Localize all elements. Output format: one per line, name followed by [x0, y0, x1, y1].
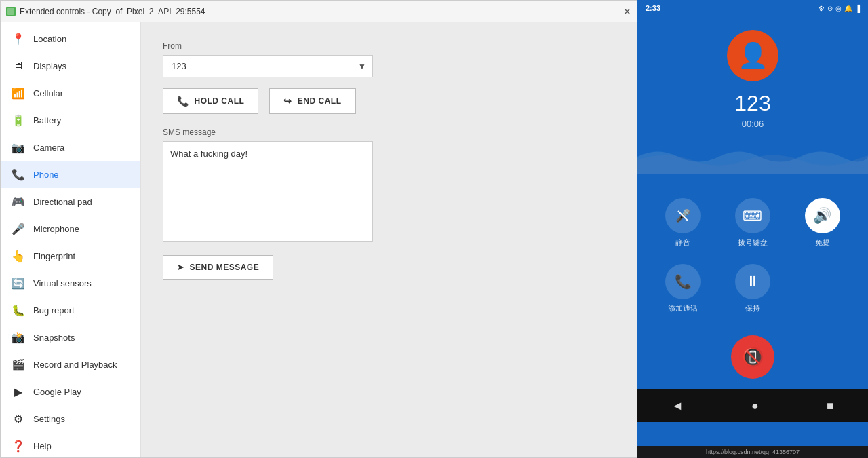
- end-call-button[interactable]: ↪ END CALL: [269, 88, 355, 114]
- app-icon: [6, 7, 16, 16]
- add-call-label: 添加通话: [668, 303, 698, 313]
- sidebar: 📍 Location 🖥 Displays 📶 Cellular 🔋 Batte…: [1, 22, 141, 457]
- wifi-icon: ⚙: [818, 5, 825, 12]
- dialpad-button[interactable]: ⌨ 拨号键盘: [718, 190, 788, 256]
- location-icon: 📍: [12, 32, 25, 45]
- title-bar-left: Extended controls - Copy_of_Pixel_2_API_…: [6, 7, 205, 16]
- sidebar-item-displays[interactable]: 🖥 Displays: [1, 52, 140, 79]
- help-icon: ❓: [12, 439, 25, 453]
- sidebar-item-location[interactable]: 📍 Location: [1, 25, 140, 52]
- send-label: SEND MESSAGE: [190, 263, 260, 272]
- hold-device-label: 保持: [745, 303, 760, 313]
- hold-device-button[interactable]: ⏸ 保持: [718, 256, 788, 322]
- sms-label: SMS message: [163, 128, 615, 137]
- sidebar-item-phone[interactable]: 📞 Phone: [1, 161, 140, 188]
- end-call-device-button[interactable]: 📵: [731, 335, 774, 379]
- bug-report-icon: 🐛: [12, 303, 25, 317]
- sidebar-label-google-play: Google Play: [33, 387, 81, 397]
- window-title: Extended controls - Copy_of_Pixel_2_API_…: [20, 7, 205, 16]
- hold-call-icon: 📞: [177, 96, 189, 107]
- call-actions-row: 📞 HOLD CALL ↪ END CALL: [163, 88, 615, 114]
- sidebar-label-displays: Displays: [33, 61, 66, 71]
- battery-icon: 🔋: [12, 113, 25, 127]
- cellular-icon: 📶: [12, 86, 25, 100]
- sidebar-label-record-playback: Record and Playback: [33, 360, 117, 370]
- dialpad-label: 拨号键盘: [738, 237, 768, 248]
- caller-number: 123: [734, 91, 770, 116]
- sidebar-item-fingerprint[interactable]: 👆 Fingerprint: [1, 242, 140, 269]
- sidebar-label-virtual-sensors: Virtual sensors: [33, 278, 92, 288]
- hold-call-label: HOLD CALL: [195, 96, 245, 106]
- caller-avatar: 👤: [727, 30, 778, 81]
- status-bar: 2:33 ⚙ ⊙ ◎ 🔔 ▐: [637, 0, 868, 16]
- speaker-circle: 🔊: [805, 198, 840, 233]
- camera-icon: 📷: [12, 140, 25, 154]
- avatar-icon: 👤: [738, 41, 768, 70]
- speaker-label: 免提: [815, 237, 830, 248]
- home-nav-button[interactable]: ●: [751, 399, 759, 413]
- sidebar-item-camera[interactable]: 📷 Camera: [1, 134, 140, 161]
- from-field-group: From 123 ▼: [163, 41, 615, 77]
- sidebar-label-fingerprint: Fingerprint: [33, 251, 75, 261]
- sms-textarea[interactable]: What a fucking day!: [163, 141, 373, 242]
- sidebar-label-phone: Phone: [33, 170, 59, 180]
- sidebar-label-microphone: Microphone: [33, 224, 79, 234]
- wave-section: [637, 140, 868, 174]
- dialpad-icon: ⌨: [743, 208, 762, 224]
- end-call-label: END CALL: [298, 96, 342, 106]
- displays-icon: 🖥: [12, 59, 25, 73]
- sidebar-item-virtual-sensors[interactable]: 🔄 Virtual sensors: [1, 269, 140, 297]
- sidebar-label-battery: Battery: [33, 115, 61, 126]
- send-icon: ➤: [177, 263, 184, 272]
- recents-nav-button[interactable]: ■: [827, 399, 834, 413]
- sidebar-item-cellular[interactable]: 📶 Cellular: [1, 79, 140, 107]
- phone-panel-content: From 123 ▼ 📞 HOLD CALL ↪ END CALL: [141, 22, 637, 457]
- call-duration: 00:06: [742, 119, 764, 129]
- hold-icon: ⏸: [745, 273, 760, 290]
- speaker-button[interactable]: 🔊 免提: [787, 190, 857, 256]
- sidebar-label-help: Help: [33, 441, 52, 451]
- google-play-icon: ▶: [12, 385, 25, 398]
- mute-icon: 🎤: [675, 208, 690, 223]
- from-select[interactable]: 123: [163, 55, 373, 77]
- close-button[interactable]: ✕: [623, 6, 631, 17]
- sidebar-item-settings[interactable]: ⚙ Settings: [1, 405, 140, 432]
- url-text: https://blog.csdn.net/qq_41356707: [706, 449, 800, 455]
- sidebar-item-record-playback[interactable]: 🎬 Record and Playback: [1, 351, 140, 378]
- sidebar-item-directional-pad[interactable]: 🎮 Directional pad: [1, 188, 140, 215]
- extended-controls-window: Extended controls - Copy_of_Pixel_2_API_…: [0, 0, 637, 458]
- sidebar-item-snapshots[interactable]: 📸 Snapshots: [1, 324, 140, 351]
- phone-device-panel: 2:33 ⚙ ⊙ ◎ 🔔 ▐ 👤 123 00:06: [637, 0, 868, 458]
- sidebar-item-google-play[interactable]: ▶ Google Play: [1, 378, 140, 405]
- sidebar-label-settings: Settings: [33, 414, 65, 424]
- sidebar-item-microphone[interactable]: 🎤 Microphone: [1, 215, 140, 242]
- sidebar-label-directional-pad: Directional pad: [33, 197, 92, 207]
- settings-status-icon: ⊙: [827, 5, 833, 12]
- sidebar-item-help[interactable]: ❓ Help: [1, 432, 140, 457]
- call-controls: 🎤 静音 ⌨ 拨号键盘 🔊 免提 📞: [637, 174, 868, 330]
- sidebar-label-cellular: Cellular: [33, 88, 63, 98]
- add-call-button[interactable]: 📞 添加通话: [648, 256, 718, 322]
- sidebar-label-camera: Camera: [33, 142, 64, 153]
- settings-icon: ⚙: [12, 412, 25, 425]
- back-nav-button[interactable]: ◄: [671, 399, 684, 413]
- mute-circle: 🎤: [665, 198, 701, 233]
- sms-group: SMS message What a fucking day!: [163, 128, 615, 244]
- speaker-icon: 🔊: [813, 207, 831, 225]
- phone-icon: 📞: [12, 168, 25, 181]
- sidebar-item-battery[interactable]: 🔋 Battery: [1, 107, 140, 134]
- snapshots-icon: 📸: [12, 330, 25, 344]
- send-message-button[interactable]: ➤ SEND MESSAGE: [163, 255, 273, 280]
- mute-button[interactable]: 🎤 静音: [648, 190, 718, 256]
- status-time: 2:33: [646, 4, 660, 12]
- hold-circle: ⏸: [735, 264, 770, 299]
- hold-call-button[interactable]: 📞 HOLD CALL: [163, 88, 258, 114]
- location-status-icon: ◎: [835, 5, 842, 12]
- wave-svg: [637, 140, 868, 174]
- window-body: 📍 Location 🖥 Displays 📶 Cellular 🔋 Batte…: [1, 22, 637, 457]
- sidebar-item-bug-report[interactable]: 🐛 Bug report: [1, 297, 140, 324]
- from-select-wrapper: 123 ▼: [163, 55, 373, 77]
- dpad-icon: 🎮: [12, 195, 25, 208]
- sidebar-label-bug-report: Bug report: [33, 305, 75, 316]
- record-playback-icon: 🎬: [12, 358, 25, 371]
